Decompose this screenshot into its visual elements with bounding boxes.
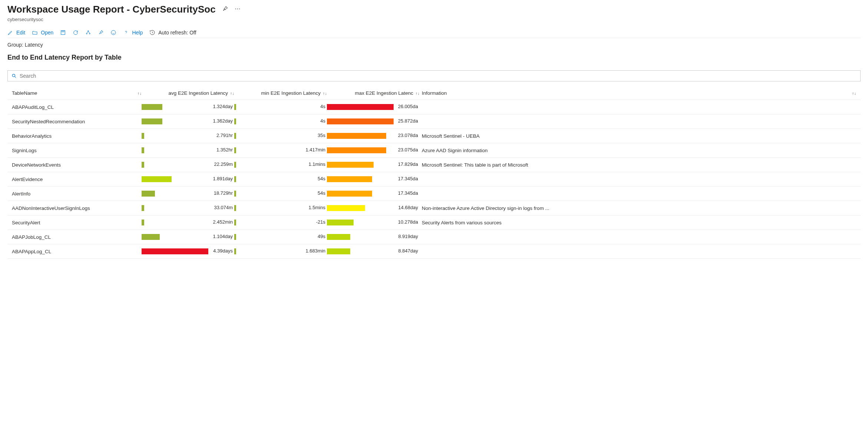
col-info[interactable]: Information↑↓ — [420, 90, 856, 96]
bar-label: 23.078da — [398, 133, 418, 138]
bar-label: 4s — [320, 118, 325, 124]
svg-point-9 — [12, 74, 15, 77]
bar-cell: 8.919day — [327, 233, 420, 241]
bar — [234, 118, 236, 124]
col-min[interactable]: min E2E Ingestion Latency↑↓ — [234, 90, 327, 96]
bar-label: 4s — [320, 104, 325, 109]
pin-icon — [98, 30, 104, 36]
col-tablename[interactable]: TableName↑↓ — [12, 90, 142, 96]
auto-refresh-button[interactable]: Auto refresh: Off — [149, 30, 196, 36]
edit-button[interactable]: Edit — [7, 30, 25, 36]
save-button[interactable] — [60, 30, 66, 36]
share-icon — [85, 30, 91, 36]
svg-rect-4 — [62, 31, 64, 32]
bar — [327, 133, 386, 139]
help-icon — [123, 30, 129, 36]
bar-cell: 4.39days — [142, 247, 234, 255]
pin-icon[interactable] — [222, 6, 228, 13]
bar — [234, 248, 236, 254]
bar-label: 10.278da — [398, 219, 418, 225]
bar-label: 1.362day — [213, 118, 233, 124]
bar — [234, 234, 236, 240]
table-row[interactable]: SecurityNestedRecommendation1.362day4s25… — [7, 114, 861, 129]
cell-tablename: AlertEvidence — [12, 177, 142, 182]
bar-label: 8.919day — [398, 234, 418, 239]
table-row[interactable]: DeviceNetworkEvents22.259m1.1mins17.829d… — [7, 158, 861, 172]
search-icon — [11, 73, 17, 78]
svg-point-5 — [88, 31, 89, 32]
cell-info: Microsoft Sentinel - UEBA — [420, 133, 856, 139]
bar-label: 4.39days — [213, 248, 233, 254]
bar — [327, 234, 350, 240]
table-row[interactable]: AADNonInteractiveUserSignInLogs33.074m1.… — [7, 201, 861, 215]
more-icon[interactable] — [234, 6, 241, 13]
bar-label: 17.829da — [398, 161, 418, 167]
bar-cell: 1.5mins — [234, 204, 327, 212]
table-row[interactable]: BehaviorAnalytics2.791hr35s23.078daMicro… — [7, 129, 861, 143]
bar — [234, 220, 236, 225]
svg-rect-3 — [61, 31, 65, 35]
bar — [234, 104, 236, 110]
open-button[interactable]: Open — [32, 30, 53, 36]
bar — [327, 220, 354, 225]
open-label: Open — [41, 30, 53, 36]
bar — [142, 234, 160, 240]
bar-label: 17.345da — [398, 190, 418, 196]
bar-cell: 33.074m — [142, 204, 234, 212]
bar-cell: 23.078da — [327, 132, 420, 140]
svg-point-7 — [89, 33, 90, 34]
help-button[interactable]: Help — [123, 30, 143, 36]
bar-cell: 54s — [234, 190, 327, 198]
table-row[interactable]: ABAPAppLog_CL4.39days1.683min8.847day — [7, 244, 861, 259]
bar-cell: 4s — [234, 117, 327, 126]
bar-label: 35s — [318, 133, 325, 138]
bar-label: 49s — [318, 234, 325, 239]
table-row[interactable]: AlertEvidence1.891day54s17.345da — [7, 172, 861, 187]
table-row[interactable]: ABAPAuditLog_CL1.324day4s26.005da — [7, 100, 861, 114]
bar — [142, 248, 208, 254]
col-avg[interactable]: avg E2E Ingestion Latency↑↓ — [142, 90, 234, 96]
search-box[interactable] — [7, 70, 861, 81]
bar-cell: 2.452min — [142, 218, 234, 227]
svg-point-1 — [237, 9, 238, 9]
bar — [327, 176, 372, 182]
bar — [142, 104, 162, 110]
table-row[interactable]: AlertInfo18.729hr54s17.345da — [7, 187, 861, 201]
bar-label: 54s — [318, 190, 325, 196]
table-row[interactable]: SecurityAlert2.452min-21s10.278daSecurit… — [7, 215, 861, 230]
bar-label: 14.68day — [398, 205, 418, 210]
cell-tablename: SecurityAlert — [12, 220, 142, 225]
bar-cell: 1.352hr — [142, 146, 234, 154]
col-max[interactable]: max E2E Ingestion Latenc↑↓ — [327, 90, 420, 96]
cell-tablename: ABAPAuditLog_CL — [12, 104, 142, 110]
bar-label: 1.417min — [306, 147, 325, 153]
bar — [142, 220, 144, 225]
smile-icon — [110, 30, 116, 36]
search-input[interactable] — [20, 73, 857, 79]
bar-cell: 1.1mins — [234, 161, 327, 169]
bar-label: 1.891day — [213, 176, 233, 181]
feedback-button[interactable] — [110, 30, 116, 36]
bar — [234, 191, 236, 197]
bar-cell: 22.259m — [142, 161, 234, 169]
table-row[interactable]: ABAPJobLog_CL1.104day49s8.919day — [7, 230, 861, 244]
pencil-icon — [7, 30, 13, 36]
bar — [234, 205, 236, 211]
cell-info: Azure AAD Signin information — [420, 148, 856, 153]
bar-cell: 25.872da — [327, 117, 420, 126]
share-button[interactable] — [85, 30, 91, 36]
cell-tablename: DeviceNetworkEvents — [12, 162, 142, 168]
bar-label: 1.352hr — [216, 147, 233, 153]
bar — [142, 162, 144, 168]
svg-point-0 — [235, 9, 236, 9]
bar-label: 17.345da — [398, 176, 418, 181]
cell-info: Non-interactive Azure Active Directory s… — [420, 205, 856, 211]
cell-tablename: BehaviorAnalytics — [12, 133, 142, 139]
bar-label: 1.324day — [213, 104, 233, 109]
table-row[interactable]: SigninLogs1.352hr1.417min23.075daAzure A… — [7, 143, 861, 158]
refresh-button[interactable] — [73, 30, 79, 36]
pin-button[interactable] — [98, 30, 104, 36]
cell-tablename: ABAPJobLog_CL — [12, 234, 142, 240]
auto-refresh-label: Auto refresh: Off — [158, 30, 196, 36]
bar-label: 18.729hr — [214, 190, 233, 196]
